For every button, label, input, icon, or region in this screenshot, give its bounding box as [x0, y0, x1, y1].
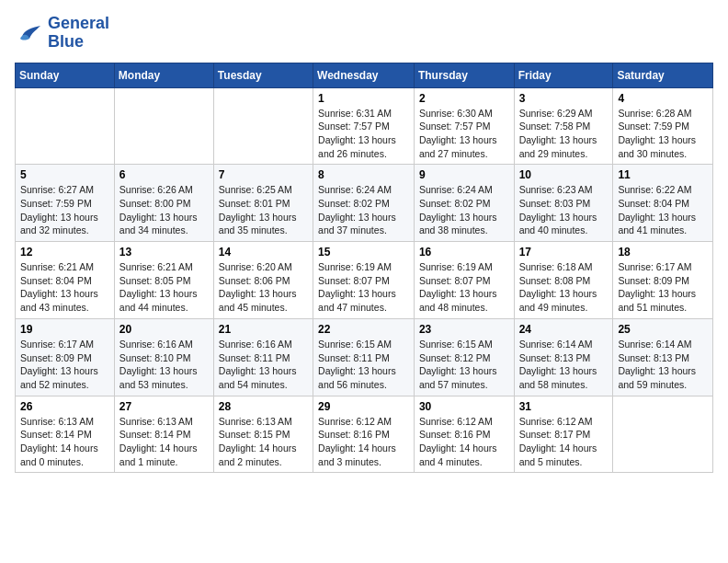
- calendar-cell: 29Sunrise: 6:12 AM Sunset: 8:16 PM Dayli…: [313, 396, 415, 473]
- day-info: Sunrise: 6:17 AM Sunset: 8:09 PM Dayligh…: [20, 338, 109, 392]
- calendar-table: SundayMondayTuesdayWednesdayThursdayFrid…: [15, 63, 713, 474]
- logo-text: General Blue: [48, 15, 109, 52]
- day-of-week-header: Monday: [114, 63, 213, 87]
- calendar-cell: 9Sunrise: 6:24 AM Sunset: 8:02 PM Daylig…: [414, 165, 514, 242]
- day-number: 27: [119, 400, 209, 413]
- day-number: 30: [419, 400, 509, 413]
- day-info: Sunrise: 6:31 AM Sunset: 7:57 PM Dayligh…: [318, 107, 409, 161]
- day-info: Sunrise: 6:15 AM Sunset: 8:11 PM Dayligh…: [318, 338, 409, 392]
- day-number: 25: [618, 323, 708, 336]
- day-info: Sunrise: 6:27 AM Sunset: 7:59 PM Dayligh…: [20, 183, 109, 237]
- day-number: 4: [618, 92, 708, 105]
- day-number: 10: [519, 168, 609, 181]
- day-info: Sunrise: 6:26 AM Sunset: 8:00 PM Dayligh…: [119, 183, 209, 237]
- calendar-cell: [613, 396, 713, 473]
- calendar-cell: 16Sunrise: 6:19 AM Sunset: 8:07 PM Dayli…: [414, 242, 514, 319]
- calendar-cell: 25Sunrise: 6:14 AM Sunset: 8:13 PM Dayli…: [613, 318, 713, 396]
- calendar-cell: [114, 87, 213, 165]
- day-of-week-header: Sunday: [16, 63, 115, 87]
- calendar-cell: 6Sunrise: 6:26 AM Sunset: 8:00 PM Daylig…: [114, 165, 213, 242]
- calendar-cell: 18Sunrise: 6:17 AM Sunset: 8:09 PM Dayli…: [613, 242, 713, 319]
- day-number: 1: [318, 92, 409, 105]
- day-number: 24: [519, 323, 609, 336]
- day-info: Sunrise: 6:16 AM Sunset: 8:10 PM Dayligh…: [119, 338, 209, 392]
- day-number: 22: [318, 323, 409, 336]
- day-number: 9: [419, 168, 509, 181]
- calendar-week-row: 26Sunrise: 6:13 AM Sunset: 8:14 PM Dayli…: [16, 396, 713, 473]
- day-number: 6: [119, 168, 209, 181]
- calendar-cell: 10Sunrise: 6:23 AM Sunset: 8:03 PM Dayli…: [514, 165, 613, 242]
- day-info: Sunrise: 6:14 AM Sunset: 8:13 PM Dayligh…: [519, 338, 609, 392]
- calendar-cell: 31Sunrise: 6:12 AM Sunset: 8:17 PM Dayli…: [514, 396, 613, 473]
- day-info: Sunrise: 6:23 AM Sunset: 8:03 PM Dayligh…: [519, 183, 609, 237]
- day-info: Sunrise: 6:13 AM Sunset: 8:14 PM Dayligh…: [119, 415, 209, 469]
- day-number: 23: [419, 323, 509, 336]
- calendar-cell: 13Sunrise: 6:21 AM Sunset: 8:05 PM Dayli…: [114, 242, 213, 319]
- logo-icon: [15, 20, 44, 46]
- calendar-cell: 4Sunrise: 6:28 AM Sunset: 7:59 PM Daylig…: [613, 87, 713, 165]
- day-number: 13: [119, 246, 209, 259]
- calendar-cell: 17Sunrise: 6:18 AM Sunset: 8:08 PM Dayli…: [514, 242, 613, 319]
- day-number: 2: [419, 92, 509, 105]
- day-info: Sunrise: 6:30 AM Sunset: 7:57 PM Dayligh…: [419, 107, 509, 161]
- day-info: Sunrise: 6:24 AM Sunset: 8:02 PM Dayligh…: [318, 183, 409, 237]
- day-of-week-header: Friday: [514, 63, 613, 87]
- logo: General Blue: [15, 15, 109, 52]
- day-info: Sunrise: 6:29 AM Sunset: 7:58 PM Dayligh…: [519, 107, 609, 161]
- day-info: Sunrise: 6:14 AM Sunset: 8:13 PM Dayligh…: [618, 338, 708, 392]
- day-number: 12: [20, 246, 109, 259]
- day-number: 18: [618, 246, 708, 259]
- calendar-cell: 15Sunrise: 6:19 AM Sunset: 8:07 PM Dayli…: [313, 242, 415, 319]
- day-info: Sunrise: 6:15 AM Sunset: 8:12 PM Dayligh…: [419, 338, 509, 392]
- day-info: Sunrise: 6:28 AM Sunset: 7:59 PM Dayligh…: [618, 107, 708, 161]
- calendar-cell: 26Sunrise: 6:13 AM Sunset: 8:14 PM Dayli…: [16, 396, 115, 473]
- day-info: Sunrise: 6:12 AM Sunset: 8:17 PM Dayligh…: [519, 415, 609, 469]
- calendar-week-row: 1Sunrise: 6:31 AM Sunset: 7:57 PM Daylig…: [16, 87, 713, 165]
- day-info: Sunrise: 6:24 AM Sunset: 8:02 PM Dayligh…: [419, 183, 509, 237]
- calendar-cell: 19Sunrise: 6:17 AM Sunset: 8:09 PM Dayli…: [16, 318, 115, 396]
- day-number: 7: [219, 168, 308, 181]
- day-info: Sunrise: 6:17 AM Sunset: 8:09 PM Dayligh…: [618, 260, 708, 315]
- day-info: Sunrise: 6:21 AM Sunset: 8:05 PM Dayligh…: [119, 260, 209, 315]
- calendar-cell: 7Sunrise: 6:25 AM Sunset: 8:01 PM Daylig…: [213, 165, 313, 242]
- calendar-cell: 28Sunrise: 6:13 AM Sunset: 8:15 PM Dayli…: [213, 396, 313, 473]
- calendar-cell: 21Sunrise: 6:16 AM Sunset: 8:11 PM Dayli…: [213, 318, 313, 396]
- day-number: 20: [119, 323, 209, 336]
- calendar-cell: 27Sunrise: 6:13 AM Sunset: 8:14 PM Dayli…: [114, 396, 213, 473]
- day-info: Sunrise: 6:25 AM Sunset: 8:01 PM Dayligh…: [219, 183, 308, 237]
- day-number: 3: [519, 92, 609, 105]
- day-number: 21: [219, 323, 308, 336]
- calendar-cell: 2Sunrise: 6:30 AM Sunset: 7:57 PM Daylig…: [414, 87, 514, 165]
- calendar-cell: 23Sunrise: 6:15 AM Sunset: 8:12 PM Dayli…: [414, 318, 514, 396]
- day-info: Sunrise: 6:18 AM Sunset: 8:08 PM Dayligh…: [519, 260, 609, 315]
- day-number: 16: [419, 246, 509, 259]
- day-of-week-header: Thursday: [414, 63, 514, 87]
- day-info: Sunrise: 6:12 AM Sunset: 8:16 PM Dayligh…: [419, 415, 509, 469]
- day-of-week-header: Tuesday: [213, 63, 313, 87]
- day-of-week-header: Wednesday: [313, 63, 415, 87]
- calendar-cell: 22Sunrise: 6:15 AM Sunset: 8:11 PM Dayli…: [313, 318, 415, 396]
- day-number: 11: [618, 168, 708, 181]
- calendar-cell: 14Sunrise: 6:20 AM Sunset: 8:06 PM Dayli…: [213, 242, 313, 319]
- calendar-cell: 11Sunrise: 6:22 AM Sunset: 8:04 PM Dayli…: [613, 165, 713, 242]
- calendar-cell: 1Sunrise: 6:31 AM Sunset: 7:57 PM Daylig…: [313, 87, 415, 165]
- calendar-cell: 12Sunrise: 6:21 AM Sunset: 8:04 PM Dayli…: [16, 242, 115, 319]
- day-number: 28: [219, 400, 308, 413]
- day-number: 8: [318, 168, 409, 181]
- day-number: 17: [519, 246, 609, 259]
- day-number: 14: [219, 246, 308, 259]
- calendar-cell: [16, 87, 115, 165]
- day-number: 5: [20, 168, 109, 181]
- page-header: General Blue: [15, 15, 713, 52]
- day-info: Sunrise: 6:12 AM Sunset: 8:16 PM Dayligh…: [318, 415, 409, 469]
- day-of-week-header: Saturday: [613, 63, 713, 87]
- day-info: Sunrise: 6:13 AM Sunset: 8:14 PM Dayligh…: [20, 415, 109, 469]
- day-number: 29: [318, 400, 409, 413]
- calendar-header-row: SundayMondayTuesdayWednesdayThursdayFrid…: [16, 63, 713, 87]
- day-info: Sunrise: 6:19 AM Sunset: 8:07 PM Dayligh…: [419, 260, 509, 315]
- day-info: Sunrise: 6:22 AM Sunset: 8:04 PM Dayligh…: [618, 183, 708, 237]
- calendar-cell: [213, 87, 313, 165]
- calendar-week-row: 5Sunrise: 6:27 AM Sunset: 7:59 PM Daylig…: [16, 165, 713, 242]
- calendar-cell: 8Sunrise: 6:24 AM Sunset: 8:02 PM Daylig…: [313, 165, 415, 242]
- day-number: 31: [519, 400, 609, 413]
